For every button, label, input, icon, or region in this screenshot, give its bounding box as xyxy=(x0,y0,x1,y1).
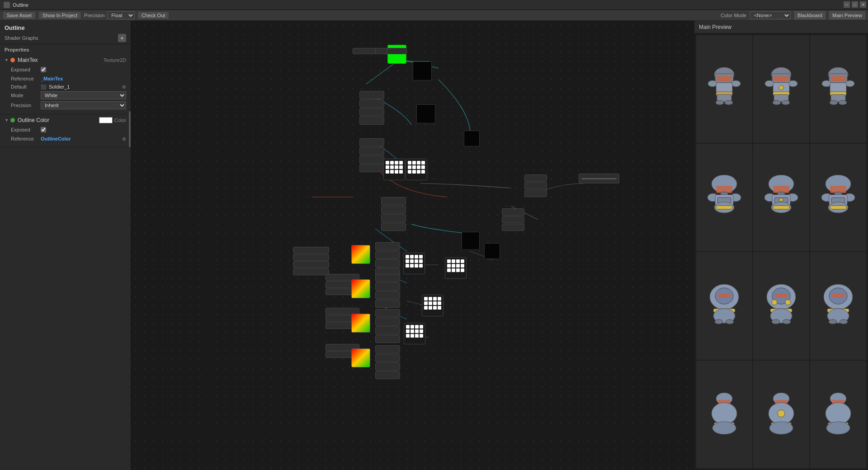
maintex-type: Texture2D xyxy=(104,57,126,63)
rc2-node-1[interactable] xyxy=(502,208,524,216)
cg2-3[interactable] xyxy=(375,291,400,299)
graph-area[interactable] xyxy=(131,21,694,470)
cg3-1[interactable] xyxy=(375,309,400,317)
svg-point-83 xyxy=(829,320,837,324)
d6-10 xyxy=(410,334,414,338)
d5-1 xyxy=(424,297,428,301)
mc1-node-2[interactable] xyxy=(381,206,406,214)
robot-sprite-4 xyxy=(706,175,742,220)
svg-point-68 xyxy=(726,320,734,324)
sc-node-3[interactable] xyxy=(359,155,384,164)
cg4-3[interactable] xyxy=(375,362,400,371)
ul-node-3[interactable] xyxy=(359,108,384,116)
gradient-node-1[interactable] xyxy=(351,245,370,264)
lsc-node-4[interactable] xyxy=(293,268,329,275)
mode-select[interactable]: White Black Gray xyxy=(41,91,126,99)
d2-8 xyxy=(421,165,425,169)
dots-node-1[interactable] xyxy=(383,159,405,180)
lsc-node-3[interactable] xyxy=(293,261,329,268)
sc-node-4[interactable] xyxy=(359,164,384,172)
outline-ref-settings[interactable]: ⚙ xyxy=(122,136,126,141)
maintex-header: ▼ MainTex Texture2D xyxy=(0,54,131,65)
main-preview-button[interactable]: Main Preview xyxy=(829,11,865,19)
gradient-node-3[interactable] xyxy=(351,314,370,333)
cg2-4[interactable] xyxy=(375,300,400,308)
outline-color-swatch[interactable] xyxy=(99,117,113,123)
exposed-checkbox[interactable] xyxy=(41,67,46,72)
minimize-button[interactable]: ─ xyxy=(844,1,850,8)
sc-node-2[interactable] xyxy=(359,147,384,155)
d6-7 xyxy=(415,329,419,333)
cg3-4[interactable] xyxy=(375,335,400,343)
d4-4 xyxy=(461,259,464,263)
ul-node-1[interactable] xyxy=(359,91,384,99)
color-mode-select[interactable]: <None> xyxy=(750,11,791,19)
black-node-1[interactable] xyxy=(413,61,432,80)
cg2-2[interactable] xyxy=(375,282,400,291)
maximize-button[interactable]: □ xyxy=(852,1,858,8)
robot-sprite-7 xyxy=(706,283,742,329)
dot-6 xyxy=(390,165,394,169)
check-out-button[interactable]: Check Out xyxy=(137,11,169,19)
dots-node-6[interactable] xyxy=(404,323,425,344)
maintex-precision-row: Precision Inherit Float Half xyxy=(0,100,131,110)
mc1-node-4[interactable] xyxy=(381,223,406,231)
cg1-2[interactable] xyxy=(375,251,400,259)
maintex-arrow[interactable]: ▼ xyxy=(5,58,9,62)
svg-rect-61 xyxy=(830,206,846,209)
ul-node-2[interactable] xyxy=(359,99,384,108)
lsc-node-1[interactable] xyxy=(293,247,329,254)
svg-point-52 xyxy=(779,198,783,202)
cg2-1[interactable] xyxy=(375,274,400,282)
mc1-node-3[interactable] xyxy=(381,214,406,222)
outline-color-arrow[interactable]: ▼ xyxy=(5,118,9,122)
cg1-1[interactable] xyxy=(375,242,400,250)
save-asset-button[interactable]: Save Asset xyxy=(3,11,36,19)
robot-sprite-8 xyxy=(763,283,799,329)
cg4-1[interactable] xyxy=(375,345,400,353)
cg1-3[interactable] xyxy=(375,259,400,268)
rc1-node-1[interactable] xyxy=(524,174,547,182)
ul-node-4[interactable] xyxy=(359,117,384,125)
cg4-4[interactable] xyxy=(375,371,400,379)
sc-node-1[interactable] xyxy=(359,138,384,146)
svg-point-76 xyxy=(772,300,777,305)
show-in-project-button[interactable]: Show In Project xyxy=(38,11,81,19)
svg-point-6 xyxy=(708,80,717,87)
outline-color-header: ▼ Outline Color Color xyxy=(0,114,131,125)
outline-exposed-checkbox[interactable] xyxy=(41,127,46,132)
black-node-3[interactable] xyxy=(464,131,480,146)
mc1-node-1[interactable] xyxy=(381,197,406,205)
add-shader-graph-button[interactable]: + xyxy=(118,34,126,42)
d3-1 xyxy=(406,255,409,258)
blackboard-button[interactable]: Blackboard xyxy=(794,11,826,19)
gradient-node-4[interactable] xyxy=(351,348,370,367)
rc1-node-3[interactable] xyxy=(524,190,547,197)
lsc-node-2[interactable] xyxy=(293,254,329,261)
cg3-2[interactable] xyxy=(375,318,400,326)
cg3-3[interactable] xyxy=(375,326,400,334)
cg4-2[interactable] xyxy=(375,354,400,362)
rc2-node-2[interactable] xyxy=(502,216,524,223)
precision-select[interactable]: Float Half Inherit xyxy=(107,11,135,19)
mini-node-tr2[interactable] xyxy=(387,48,407,54)
svg-point-32 xyxy=(830,100,838,105)
precision-prop-select[interactable]: Inherit Float Half xyxy=(41,101,126,109)
rc1-node-2[interactable] xyxy=(524,182,547,189)
dots-node-2[interactable] xyxy=(406,159,427,180)
black-node-2[interactable] xyxy=(416,104,435,123)
properties-scroll[interactable]: ▼ MainTex Texture2D Exposed Reference _M… xyxy=(0,54,131,470)
preview-cell-4 xyxy=(696,144,752,251)
close-button[interactable]: ✕ xyxy=(860,1,866,8)
svg-point-21 xyxy=(773,100,781,105)
dots-node-4[interactable] xyxy=(445,257,467,279)
dots-node-5[interactable] xyxy=(422,295,443,316)
black-node-4[interactable] xyxy=(462,232,480,250)
dots-node-3[interactable] xyxy=(403,253,425,274)
rc2-node-3[interactable] xyxy=(502,224,524,231)
gradient-node-2[interactable] xyxy=(351,279,370,298)
default-settings-icon[interactable]: ⚙ xyxy=(122,85,126,89)
far-right-node[interactable] xyxy=(579,174,619,183)
black-node-5[interactable] xyxy=(484,243,500,259)
dot-5 xyxy=(386,165,389,169)
